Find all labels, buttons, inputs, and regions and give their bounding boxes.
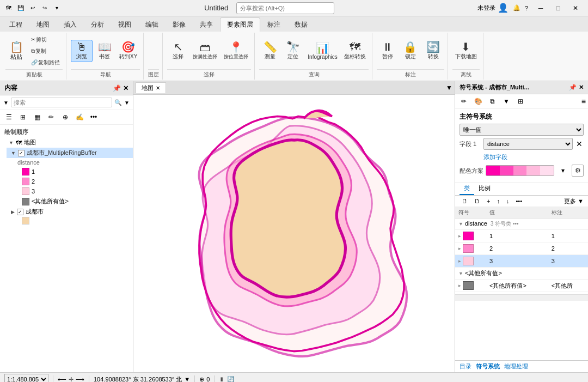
copy-button[interactable]: ⧉复制 [28, 46, 63, 57]
redo-icon[interactable]: ↪ [40, 4, 49, 13]
edit-btn[interactable]: ✏ [45, 111, 58, 123]
copy-path-button[interactable]: 🔗复制路径 [28, 57, 63, 68]
table-row[interactable]: ▸ 2 2 [455, 242, 588, 255]
download-map-button[interactable]: ⬇ 下载地图 [452, 40, 480, 62]
bookmark-button[interactable]: 📖 书签 [94, 40, 115, 62]
tab-imagery[interactable]: 影像 [166, 17, 193, 32]
undo-icon[interactable]: ↩ [28, 4, 37, 13]
pause-status-icon[interactable]: ⏸ [219, 376, 225, 382]
table-tool-up[interactable]: ↑ [494, 197, 502, 205]
distance-item-2[interactable]: 2 [17, 177, 133, 186]
swatch-2[interactable] [463, 244, 474, 253]
panel-close-icon[interactable]: ✕ [579, 84, 584, 91]
select-by-location-button[interactable]: 📍 按位置选择 [221, 40, 251, 62]
coordinate-convert-button[interactable]: 🗺 坐标转换 [341, 40, 369, 62]
table-tool-paste[interactable]: 🗋 [472, 197, 482, 205]
paste-button[interactable]: 📋 粘贴 [5, 40, 27, 63]
table-row[interactable]: ▼ distance 3 符号类 ••• [455, 219, 588, 230]
tab-analysis[interactable]: 分析 [84, 17, 111, 32]
tab-project[interactable]: 工程 [2, 17, 29, 32]
tab-data[interactable]: 数据 [287, 17, 315, 32]
table-tool-copy[interactable]: 🗋 [460, 197, 470, 205]
swatch-3[interactable] [463, 257, 474, 265]
draw-btn[interactable]: ✍ [73, 111, 86, 123]
maximize-button[interactable]: □ [550, 2, 566, 14]
map-tab-close-icon[interactable]: ✕ [156, 85, 160, 91]
add-field-button[interactable]: 添加字段 [483, 152, 507, 162]
nav-icon-3[interactable]: ⟶ [76, 376, 84, 383]
color-scheme-settings-btn[interactable]: ⚙ [572, 165, 584, 177]
color-scheme-preview[interactable] [486, 165, 554, 176]
symbol-tool-4[interactable]: ▼ [500, 95, 513, 107]
bottom-tab-catalog[interactable]: 目录 [460, 362, 471, 371]
user-button[interactable]: 未登录 👤 [477, 3, 509, 13]
more-btn[interactable]: ••• [87, 111, 100, 123]
distance-item-3[interactable]: 3 [17, 186, 133, 196]
color-scheme-dropdown[interactable]: ▾ [556, 165, 569, 177]
chengdu-layer-checkbox[interactable] [17, 209, 23, 215]
infographics-button[interactable]: 📊 Infographics [305, 41, 340, 62]
help-button[interactable]: ? [525, 5, 528, 11]
nav-icon-1[interactable]: ⟵ [58, 376, 66, 383]
bottom-tab-geoprocessing[interactable]: 地理处理 [504, 362, 528, 371]
symbol-tool-1[interactable]: ✏ [457, 95, 470, 107]
minimize-button[interactable]: ─ [532, 2, 549, 14]
select-by-attribute-button[interactable]: 🗃 按属性选择 [190, 40, 220, 62]
tab-scale[interactable]: 比例 [474, 183, 495, 195]
add-btn[interactable]: ⊕ [59, 111, 72, 123]
list-view-btn[interactable]: ☰ [2, 111, 15, 123]
pause-button[interactable]: ⏸ 暂停 [377, 40, 399, 62]
horizontal-scrollbar[interactable] [455, 294, 588, 301]
tab-labeling[interactable]: 标注 [260, 17, 287, 32]
table-tool-down[interactable]: ↓ [504, 197, 512, 205]
symbol-tool-3[interactable]: ⧉ [486, 95, 499, 107]
table-row[interactable]: ▸ 1 1 [455, 230, 588, 242]
map-canvas[interactable] [133, 95, 455, 372]
symbol-tool-2[interactable]: 🎨 [471, 95, 485, 107]
browse-button[interactable]: 🖱 浏览 [71, 40, 93, 62]
symbol-type-select[interactable]: 唯一值 [460, 124, 584, 136]
close-button[interactable]: ✕ [567, 2, 584, 14]
tab-edit[interactable]: 编辑 [138, 17, 166, 32]
buffer-layer-checkbox[interactable] [18, 150, 24, 156]
table-tool-dots[interactable]: ••• [513, 197, 524, 205]
measure-button[interactable]: 📏 测量 [259, 40, 281, 62]
map-tab-dropdown[interactable]: ▼ [446, 84, 452, 92]
layer-item-buffer[interactable]: ▼ 成都市_MultipleRingBuffer [7, 148, 133, 158]
table-row[interactable]: ▸ 3 3 [455, 255, 588, 268]
table-row[interactable]: ▸ <其他所有值> <其他所 [455, 280, 588, 292]
swatch-other[interactable] [463, 281, 474, 290]
pin-icon[interactable]: 📌 [113, 84, 121, 92]
swatch-1[interactable] [463, 232, 474, 240]
panel-menu-button[interactable]: ≡ [581, 97, 586, 106]
global-search-input[interactable] [236, 2, 334, 14]
save-icon[interactable]: 💾 [16, 4, 25, 13]
panel-pin-icon[interactable]: 📌 [569, 84, 577, 91]
coords-dropdown-icon[interactable]: ▼ [184, 376, 190, 382]
layer-item-map[interactable]: ▼ 🗺 地图 [0, 137, 133, 148]
tab-map[interactable]: 地图 [29, 17, 57, 32]
table-row[interactable]: ▼ <其他所有值> [455, 268, 588, 280]
cut-button[interactable]: ✂剪切 [28, 34, 63, 45]
tab-view[interactable]: 视图 [111, 17, 138, 32]
more-icon[interactable]: ▾ [52, 4, 61, 13]
filter-btn[interactable]: ▦ [30, 111, 44, 123]
table-more-button[interactable]: 更多 ▼ [564, 197, 584, 205]
distance-item-1[interactable]: 1 [17, 167, 133, 177]
nav-icon-2[interactable]: ✛ [69, 376, 74, 383]
scale-select[interactable]: 1:1,480,805 [4, 374, 48, 382]
tab-classes[interactable]: 类 [460, 183, 474, 195]
symbol-tool-5[interactable]: ⊞ [514, 95, 527, 107]
table-tool-add[interactable]: + [485, 197, 492, 205]
bottom-tab-symbology[interactable]: 符号系统 [476, 362, 500, 371]
field1-clear-icon[interactable]: ✕ [575, 138, 584, 149]
lock-button[interactable]: 🔒 锁定 [400, 40, 421, 62]
contents-search-input[interactable] [11, 98, 112, 107]
layer-item-chengdu[interactable]: ▶ 成都市 [7, 207, 133, 217]
tab-share[interactable]: 共享 [193, 17, 220, 32]
select-button[interactable]: ↖ 选择 [167, 40, 189, 62]
refresh-status-icon[interactable]: 🔄 [227, 376, 235, 383]
goto-xy-button[interactable]: 🎯 转到XY [117, 40, 140, 62]
tab-insert[interactable]: 插入 [57, 17, 84, 32]
tab-feature-layer[interactable]: 要素图层 [220, 17, 260, 32]
